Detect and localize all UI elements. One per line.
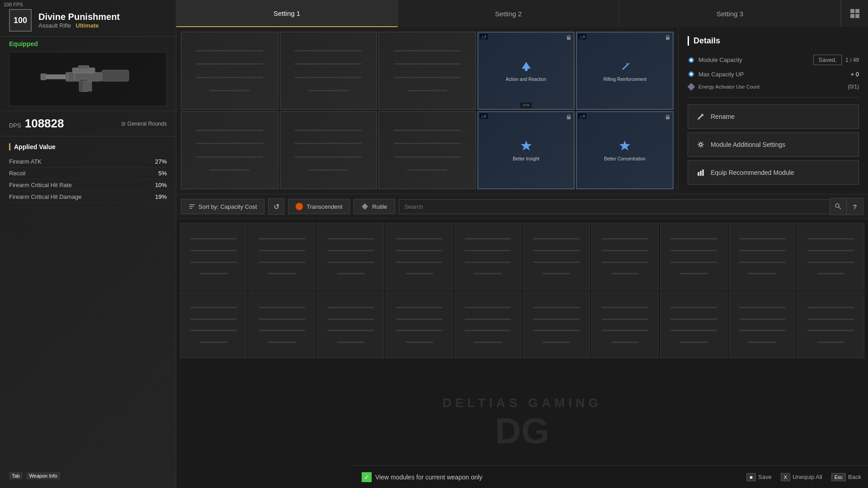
inventory-slot[interactable] — [317, 223, 384, 290]
back-action[interactable]: Esc Back — [831, 473, 861, 481]
lock-icon — [665, 34, 671, 42]
stat-row: Firearm Critical Hit Rate 10% — [9, 179, 167, 191]
lock-icon — [665, 114, 671, 122]
sort-button[interactable]: Sort by: Capacity Cost — [181, 199, 264, 214]
settings-tabs: Setting 1 Setting 2 Setting 3 — [176, 0, 868, 27]
module-slot-2[interactable] — [280, 32, 377, 110]
tab-setting3[interactable]: Setting 3 — [619, 0, 841, 27]
equip-recommended-label: Equip Recommended Module — [711, 169, 794, 176]
help-button[interactable]: ? — [847, 198, 863, 215]
svg-rect-9 — [41, 74, 46, 80]
svg-rect-6 — [84, 81, 92, 91]
tab-grid-icon[interactable] — [841, 0, 868, 27]
rename-button[interactable]: Rename — [688, 104, 859, 129]
svg-rect-16 — [525, 68, 528, 71]
svg-point-25 — [690, 73, 693, 75]
inventory-slot[interactable] — [523, 223, 590, 290]
module-slot-3[interactable] — [378, 32, 476, 110]
stat-name: Firearm Critical Hit Rate — [9, 182, 72, 188]
tab-setting2[interactable]: Setting 2 — [398, 0, 619, 27]
energy-activator-label: Energy Activator Use Count — [688, 83, 760, 90]
inventory-slot[interactable] — [523, 291, 590, 359]
inventory-slot-lines — [396, 302, 443, 348]
module-inventory — [176, 219, 868, 362]
module-slots-grid: △3 Action and Reaction ATK — [176, 27, 678, 194]
inventory-slot[interactable] — [797, 291, 864, 359]
stat-value: 19% — [155, 193, 167, 200]
svg-marker-35 — [362, 203, 368, 210]
inventory-slot-lines — [190, 302, 237, 348]
inventory-slot[interactable] — [386, 223, 453, 290]
svg-rect-30 — [700, 171, 702, 176]
module-grid-section: △3 Action and Reaction ATK — [176, 27, 868, 194]
module-slot-5[interactable]: △6 Rifling Reinforcement — [576, 32, 674, 110]
module-slot-4[interactable]: △3 Action and Reaction ATK — [477, 32, 575, 110]
sort-icon — [189, 203, 196, 210]
svg-rect-17 — [666, 37, 670, 40]
module-slot-1[interactable] — [181, 32, 278, 110]
save-label: Save — [758, 474, 772, 480]
tab-setting1[interactable]: Setting 1 — [176, 0, 398, 27]
module-slot-7[interactable] — [280, 111, 377, 189]
inventory-slot[interactable] — [660, 223, 727, 290]
module-name: Action and Reaction — [506, 77, 547, 82]
svg-rect-12 — [850, 14, 854, 18]
inventory-slot[interactable] — [454, 223, 522, 290]
checkbox-filter[interactable]: ✓ View modules for current weapon only — [362, 472, 482, 482]
module-capacity-row: Module Capacity Saved. 1 / 49 — [688, 55, 859, 65]
inventory-slot-lines — [533, 302, 580, 348]
transcendent-filter[interactable]: Transcendent — [288, 199, 350, 214]
inventory-slot-lines — [533, 233, 580, 280]
inventory-slot[interactable] — [454, 291, 522, 359]
module-additional-settings-button[interactable]: Module Additional Settings — [688, 132, 859, 157]
inventory-slot-lines — [259, 233, 306, 280]
inventory-slot[interactable] — [591, 223, 659, 290]
module-slot-10[interactable]: △6 Better Concentration — [576, 111, 674, 189]
tab-key: Tab — [9, 472, 23, 479]
weapon-info-tab[interactable]: Tab Weapon Info — [9, 472, 62, 479]
svg-rect-26 — [688, 83, 695, 90]
max-capacity-icon — [688, 70, 695, 78]
capacity-badge: △6 — [578, 34, 586, 39]
stat-row: Firearm Critical Hit Damage 19% — [9, 191, 167, 203]
dps-row: DPS 108828 ⊞ General Rounds — [0, 111, 176, 136]
inventory-slot[interactable] — [729, 223, 796, 290]
search-input[interactable] — [399, 199, 830, 214]
module-name: Rifling Reinforcement — [603, 77, 646, 82]
module-slot-8[interactable] — [378, 111, 476, 189]
refresh-button[interactable]: ↺ — [268, 198, 284, 215]
unequip-all-action[interactable]: X Unequip All — [781, 473, 822, 481]
inventory-slot[interactable] — [729, 291, 796, 359]
search-button[interactable] — [830, 198, 847, 215]
svg-line-37 — [839, 207, 841, 210]
max-capacity-value: + 0 — [851, 71, 859, 78]
weapon-level: 100 — [14, 16, 27, 25]
inventory-slot[interactable] — [180, 223, 247, 290]
inventory-slot[interactable] — [797, 223, 864, 290]
module-slot-9[interactable]: △6 Better Insight — [477, 111, 575, 189]
applied-value-section: Applied Value Firearm ATK 27%Recoil 5%Fi… — [0, 136, 176, 210]
rutile-filter[interactable]: Rutile — [354, 199, 395, 214]
inventory-slot[interactable] — [249, 291, 316, 359]
inventory-slot[interactable] — [180, 291, 247, 359]
inventory-slot[interactable] — [660, 291, 727, 359]
empty-slot-lines — [196, 44, 263, 97]
save-action[interactable]: ■ Save — [746, 473, 771, 481]
dps-value: 108828 — [25, 117, 64, 131]
svg-rect-10 — [850, 9, 854, 13]
svg-rect-14 — [567, 37, 571, 40]
inventory-slot[interactable] — [591, 291, 659, 359]
inventory-slot[interactable] — [386, 291, 453, 359]
inventory-slot-lines — [739, 233, 786, 280]
equip-recommended-button[interactable]: Equip Recommended Module — [688, 160, 859, 185]
svg-rect-29 — [698, 172, 699, 176]
stat-value: 5% — [158, 170, 167, 177]
inventory-slot-lines — [602, 302, 648, 348]
inventory-slot[interactable] — [317, 291, 384, 359]
rename-label: Rename — [711, 113, 735, 120]
module-icon — [519, 60, 533, 75]
filter-bar: Sort by: Capacity Cost ↺ Transcendent Ru… — [176, 194, 868, 219]
weapon-type: Assault Rifle — [38, 22, 71, 29]
inventory-slot[interactable] — [249, 223, 316, 290]
module-slot-6[interactable] — [181, 111, 278, 189]
